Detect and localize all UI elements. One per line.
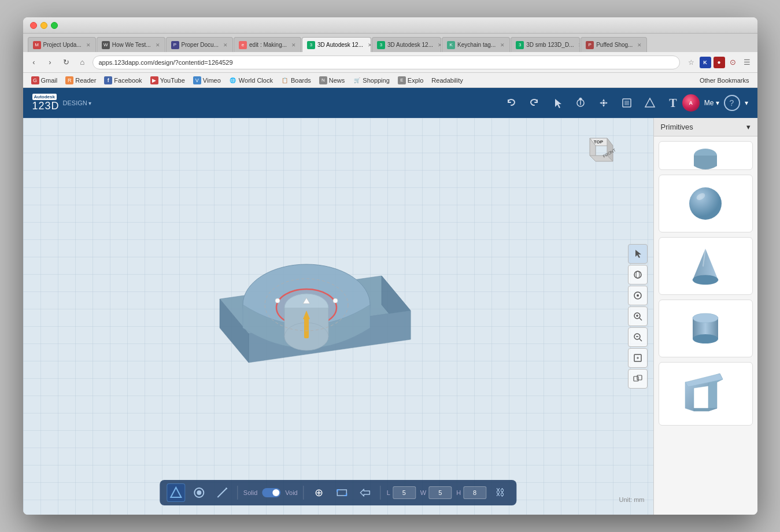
- viewport[interactable]: TOP FRONT: [23, 118, 653, 515]
- bookmark-shopping[interactable]: 🛒 Shopping: [349, 75, 393, 86]
- address-bar: ‹ › ↻ ⌂ apps.123dapp.com/design/?content…: [23, 52, 757, 73]
- bookmark-vimeo[interactable]: V Vimeo: [190, 75, 224, 86]
- browser-window: M Project Upda... ✕ W How We Test... ✕ P…: [23, 17, 757, 515]
- tab-close-icon[interactable]: ✕: [156, 42, 160, 48]
- bookmark-worldclock[interactable]: 🌐 World Clock: [226, 75, 276, 86]
- tab-proper-docu[interactable]: P Proper Docu... ✕: [166, 37, 233, 52]
- perspective-button[interactable]: [628, 369, 648, 389]
- width-input[interactable]: [428, 486, 452, 499]
- tab-close-icon[interactable]: ✕: [86, 42, 91, 48]
- undo-button[interactable]: [502, 94, 520, 112]
- solid-void-toggle[interactable]: [262, 488, 280, 497]
- l-label: L: [387, 489, 390, 496]
- autodesk-mark: Autodesk: [32, 94, 57, 101]
- tab-favicon: P: [171, 41, 179, 49]
- tab-close-icon[interactable]: ✕: [438, 42, 441, 48]
- tab-close-icon[interactable]: ✕: [368, 42, 371, 48]
- navigation-cube[interactable]: TOP FRONT: [578, 130, 619, 170]
- right-toolbar: [628, 244, 648, 389]
- primitive-card-cylinder[interactable]: [659, 300, 753, 357]
- tab-label: Project Upda...: [43, 42, 82, 48]
- tab-close-icon[interactable]: ✕: [223, 42, 228, 48]
- back-button[interactable]: ‹: [28, 56, 40, 69]
- bookmark-readability[interactable]: Readability: [428, 76, 466, 85]
- home-button[interactable]: ⌂: [76, 56, 89, 69]
- tab-close-icon[interactable]: ✕: [637, 42, 642, 48]
- extension-icon-2[interactable]: ●: [714, 57, 725, 68]
- svg-marker-5: [600, 102, 602, 104]
- tab-puffed[interactable]: P Puffed Shog... ✕: [581, 37, 647, 52]
- primitive-card-cone[interactable]: [659, 237, 753, 295]
- tabs-bar: M Project Upda... ✕ W How We Test... ✕ P…: [23, 34, 757, 52]
- url-bar[interactable]: apps.123dapp.com/design/?contentid=12645…: [93, 56, 680, 69]
- rotate-tool[interactable]: [571, 94, 590, 112]
- select-tool[interactable]: [548, 94, 567, 112]
- bookmark-gmail[interactable]: G Gmail: [28, 75, 61, 86]
- tab-autodesk-2[interactable]: 3 3D Autodesk 12... ✕: [372, 37, 441, 52]
- line-tool-button[interactable]: [213, 483, 231, 502]
- bookmark-youtube[interactable]: ▶ YouTube: [147, 75, 188, 86]
- tab-how-we-test[interactable]: W How We Test... ✕: [97, 37, 165, 52]
- tab-project-upda[interactable]: M Project Upda... ✕: [28, 37, 96, 52]
- tab-smb[interactable]: 3 3D smb 123D_D... ✕: [511, 37, 580, 52]
- sketch-tool[interactable]: [618, 94, 636, 112]
- primitive-card-top-partial[interactable]: [659, 141, 753, 170]
- tab-keychain[interactable]: K Keychain tag... ✕: [442, 37, 510, 52]
- panel-dropdown-icon[interactable]: ▾: [746, 123, 751, 131]
- bookmark-explo[interactable]: E Explo: [394, 75, 427, 86]
- tab-close-icon[interactable]: ✕: [291, 42, 296, 48]
- main-area: TOP FRONT: [23, 118, 757, 515]
- user-avatar[interactable]: A: [682, 94, 700, 112]
- bookmark-facebook[interactable]: f Facebook: [101, 75, 145, 86]
- extension-icon-1[interactable]: K: [700, 57, 711, 68]
- tab-close-icon[interactable]: ✕: [500, 42, 505, 48]
- resize-button[interactable]: [333, 483, 352, 502]
- help-button[interactable]: ?: [724, 95, 740, 111]
- bookmark-other[interactable]: Other Bookmarks: [696, 76, 753, 85]
- zoom-in-button[interactable]: [628, 306, 648, 326]
- tab-close-icon[interactable]: ✕: [578, 42, 580, 48]
- pan-tool-button[interactable]: [628, 286, 648, 305]
- help-chevron[interactable]: ▾: [745, 99, 748, 107]
- tab-edit-making[interactable]: e edit : Making... ✕: [234, 37, 301, 52]
- tab-autodesk-active[interactable]: 3 3D Autodesk 12... ✕: [302, 37, 371, 52]
- lock-proportions-button[interactable]: ⛓: [491, 483, 509, 502]
- bookmark-star-icon[interactable]: ☆: [686, 57, 697, 68]
- cone-icon: [682, 243, 729, 289]
- user-menu-button[interactable]: Me ▾: [704, 99, 719, 107]
- minimize-button[interactable]: [40, 22, 47, 29]
- bookmark-label: Boards: [291, 77, 311, 84]
- zoom-out-button[interactable]: [628, 327, 648, 347]
- snap-button[interactable]: [356, 483, 375, 502]
- reload-button[interactable]: ↻: [60, 56, 73, 69]
- select-tool-button[interactable]: [628, 244, 648, 264]
- explo-icon: E: [398, 76, 406, 84]
- svg-point-19: [275, 298, 280, 303]
- svg-marker-4: [602, 105, 605, 107]
- bookmark-reader[interactable]: R Reader: [62, 75, 99, 86]
- move-position-button[interactable]: ⊕: [310, 483, 328, 502]
- construct-tool[interactable]: [641, 94, 659, 112]
- bookmark-news[interactable]: N News: [316, 75, 349, 86]
- toggle-switch[interactable]: [262, 488, 280, 497]
- length-input[interactable]: [393, 486, 416, 499]
- fit-view-button[interactable]: [628, 348, 648, 368]
- primitive-card-sphere[interactable]: [659, 175, 753, 232]
- shape-tool-button[interactable]: [167, 483, 185, 502]
- bookmark-boards[interactable]: 📋 Boards: [278, 75, 315, 86]
- primitive-card-bracket[interactable]: [659, 362, 753, 426]
- text-tool[interactable]: T: [664, 94, 682, 112]
- maximize-button[interactable]: [51, 22, 58, 29]
- svg-line-37: [639, 339, 642, 341]
- extension-icon-3[interactable]: ⊙: [727, 57, 739, 68]
- move-tool[interactable]: [594, 94, 613, 112]
- close-button[interactable]: [30, 22, 37, 29]
- height-input[interactable]: [463, 486, 486, 499]
- redo-button[interactable]: [525, 94, 544, 112]
- svg-rect-9: [624, 101, 629, 105]
- app-header: Autodesk 123D DESIGN ▾: [23, 88, 757, 118]
- extension-icon-4[interactable]: ☰: [741, 57, 753, 68]
- brush-tool-button[interactable]: [190, 483, 208, 502]
- orbit-tool-button[interactable]: [628, 265, 648, 285]
- forward-button[interactable]: ›: [44, 56, 57, 69]
